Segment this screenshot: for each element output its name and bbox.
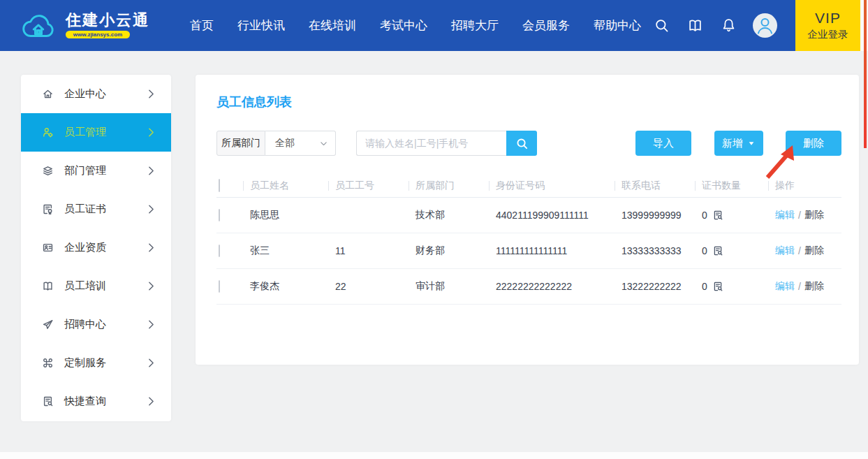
add-button-label: 新增 xyxy=(722,137,743,150)
brand-name: 住建小云通 xyxy=(66,13,149,28)
delete-link[interactable]: 删除 xyxy=(804,245,824,257)
column-header-4: 身份证号码 xyxy=(489,180,615,192)
edit-link[interactable]: 编辑 xyxy=(775,209,795,221)
chevron-right-icon xyxy=(145,280,157,292)
layers-icon xyxy=(42,165,54,177)
select-all-checkbox[interactable] xyxy=(219,179,220,192)
sidebar-item-员工培训[interactable]: 员工培训 xyxy=(21,267,171,305)
cell-employee-no: 11 xyxy=(328,245,409,256)
sidebar-item-企业资质[interactable]: 企业资质 xyxy=(21,228,171,267)
employee-list-panel: 员工信息列表 所属部门 全部 导入 新增 删除 xyxy=(196,75,859,365)
column-header-1: 员工姓名 xyxy=(243,180,328,192)
header-checkbox-cell xyxy=(216,180,243,192)
cell-employee-name: 李俊杰 xyxy=(243,280,328,293)
command-icon xyxy=(42,357,54,369)
row-checkbox[interactable] xyxy=(219,245,220,257)
cell-employee-no: 22 xyxy=(328,281,409,292)
delete-button[interactable]: 删除 xyxy=(786,131,841,156)
edit-link[interactable]: 编辑 xyxy=(775,245,795,257)
chevron-right-icon xyxy=(145,88,157,100)
sidebar-item-企业中心[interactable]: 企业中心 xyxy=(21,75,171,113)
nav-item-5[interactable]: 会员服务 xyxy=(522,17,570,34)
caret-down-icon xyxy=(747,139,756,147)
vip-label: VIP xyxy=(815,10,841,27)
chevron-right-icon xyxy=(145,126,157,138)
department-select[interactable]: 全部 xyxy=(265,131,336,156)
employee-table: 员工姓名员工工号所属部门身份证号码联系电话证书数量操作 陈思思 技术部 4402… xyxy=(216,175,841,305)
bell-icon[interactable] xyxy=(721,17,737,34)
sidebar-item-员工管理[interactable]: 员工管理 xyxy=(21,113,171,152)
department-filter: 所属部门 全部 xyxy=(216,131,336,156)
column-header-5: 联系电话 xyxy=(615,180,695,192)
doc-search-icon[interactable] xyxy=(712,210,723,221)
row-checkbox[interactable] xyxy=(219,280,220,293)
column-header-3: 所属部门 xyxy=(409,180,489,192)
certificate-icon xyxy=(42,203,54,215)
sidebar-item-label: 定制服务 xyxy=(64,356,106,370)
enterprise-login-label: 企业登录 xyxy=(808,28,848,41)
add-button[interactable]: 新增 xyxy=(714,131,763,156)
cell-cert-count: 0 xyxy=(702,210,707,221)
table-row: 李俊杰 22 审计部 22222222222222 13222222222 0 … xyxy=(216,269,841,305)
doc-search-icon[interactable] xyxy=(712,245,723,256)
id-card-icon xyxy=(42,242,54,254)
search-icon xyxy=(515,137,529,150)
chevron-down-icon xyxy=(319,139,328,148)
chevron-right-icon xyxy=(145,395,157,407)
search-icon[interactable] xyxy=(654,17,670,34)
table-row: 陈思思 技术部 440211199909111111 13999999999 0… xyxy=(216,198,841,233)
cell-phone: 13222222222 xyxy=(615,281,695,292)
nav-item-0[interactable]: 首页 xyxy=(190,17,214,34)
home-icon xyxy=(42,88,54,100)
user-manage-icon xyxy=(42,126,54,138)
screen-edge-annotation xyxy=(864,0,867,148)
import-button[interactable]: 导入 xyxy=(635,131,691,156)
row-checkbox[interactable] xyxy=(219,209,220,221)
ops-separator: / xyxy=(798,245,801,256)
cloud-home-logo-icon xyxy=(18,9,59,43)
top-navbar: 住建小云通 www.zjiansys.com 首页行业快讯在线培训考试中心招聘大… xyxy=(0,0,868,51)
doc-search-icon xyxy=(42,395,54,407)
sidebar-item-定制服务[interactable]: 定制服务 xyxy=(21,344,171,382)
sidebar-item-label: 企业资质 xyxy=(64,241,106,254)
book-icon[interactable] xyxy=(687,17,703,34)
sidebar-item-label: 招聘中心 xyxy=(64,318,106,331)
cell-id-number: 440211199909111111 xyxy=(489,210,615,221)
cell-department: 审计部 xyxy=(409,280,489,293)
cell-cert-count: 0 xyxy=(702,281,707,292)
nav-item-2[interactable]: 在线培训 xyxy=(309,17,356,34)
main-nav-menu: 首页行业快讯在线培训考试中心招聘大厅会员服务帮助中心 xyxy=(190,0,641,51)
nav-item-6[interactable]: 帮助中心 xyxy=(594,17,641,34)
nav-item-1[interactable]: 行业快讯 xyxy=(237,17,285,34)
cell-department: 技术部 xyxy=(409,209,489,221)
navbar-icon-group xyxy=(654,0,737,51)
search-button[interactable] xyxy=(506,131,537,156)
cell-employee-name: 张三 xyxy=(243,245,328,257)
chevron-right-icon xyxy=(145,165,157,177)
delete-link[interactable]: 删除 xyxy=(804,209,824,221)
nav-item-3[interactable]: 考试中心 xyxy=(380,17,427,34)
doc-search-icon[interactable] xyxy=(712,281,723,292)
brand-logo[interactable]: 住建小云通 www.zjiansys.com xyxy=(18,0,149,51)
vip-enterprise-login-button[interactable]: VIP 企业登录 xyxy=(795,0,860,51)
department-select-value: 全部 xyxy=(275,137,319,150)
nav-item-4[interactable]: 招聘大厅 xyxy=(451,17,499,34)
column-header-6: 证书数量 xyxy=(695,180,768,192)
sidebar-item-员工证书[interactable]: 员工证书 xyxy=(21,190,171,228)
bottom-edge xyxy=(0,452,868,459)
search-input[interactable] xyxy=(356,131,506,156)
edit-link[interactable]: 编辑 xyxy=(775,280,795,293)
table-header-row: 员工姓名员工工号所属部门身份证号码联系电话证书数量操作 xyxy=(216,175,841,198)
user-avatar-icon[interactable] xyxy=(753,13,777,38)
sidebar-item-招聘中心[interactable]: 招聘中心 xyxy=(21,305,171,344)
sidebar-item-label: 员工管理 xyxy=(64,126,106,139)
chevron-right-icon xyxy=(145,242,157,254)
sidebar-item-label: 员工培训 xyxy=(64,279,106,293)
delete-link[interactable]: 删除 xyxy=(804,280,824,293)
training-book-icon xyxy=(42,280,54,292)
cell-phone: 13333333333 xyxy=(615,245,695,256)
sidebar-item-部门管理[interactable]: 部门管理 xyxy=(21,152,171,190)
cell-employee-name: 陈思思 xyxy=(243,209,328,221)
ops-separator: / xyxy=(798,210,801,221)
sidebar-item-快捷查询[interactable]: 快捷查询 xyxy=(21,382,171,421)
